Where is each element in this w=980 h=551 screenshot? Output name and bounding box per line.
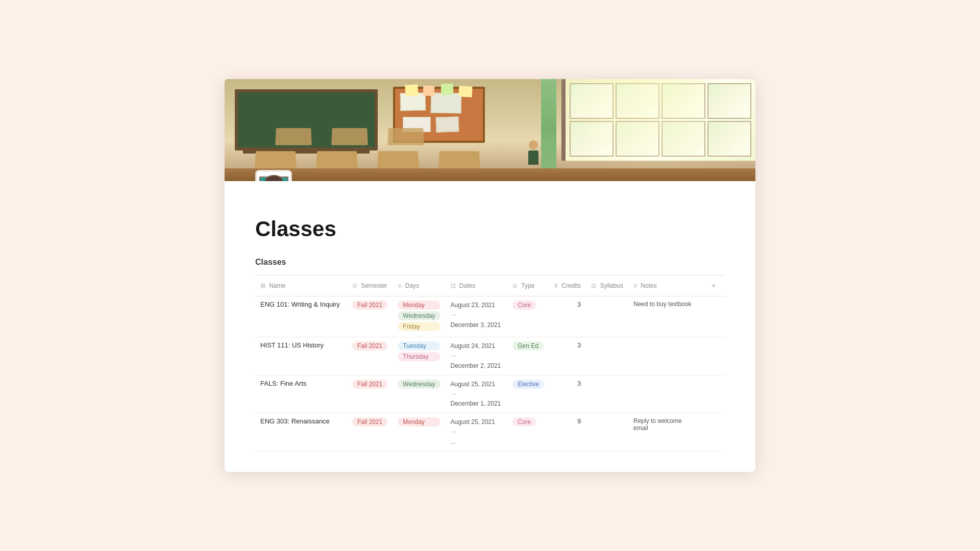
cell-notes xyxy=(628,375,702,413)
desk-decoration xyxy=(331,128,368,145)
cell-syllabus xyxy=(586,337,628,375)
cell-credits: 3 xyxy=(549,296,586,337)
desk-decoration xyxy=(275,128,312,145)
cell-name: ENG 101: Writing & Inquiry xyxy=(255,296,347,337)
desk-decoration xyxy=(387,128,424,145)
col-header-type[interactable]: ⊙ Type xyxy=(507,276,549,296)
cell-type: Core xyxy=(507,413,549,452)
classes-table-wrapper: ⊞ Name ⊙ Semester ≡ Days ⊡ xyxy=(255,275,725,452)
cell-dates: August 23, 2021 →December 3, 2021 xyxy=(446,296,508,337)
col-header-semester[interactable]: ⊙ Semester xyxy=(347,276,393,296)
cell-credits: 3 xyxy=(549,375,586,413)
cell-dates: August 24, 2021 →December 2, 2021 xyxy=(446,337,508,375)
cell-credits: 3 xyxy=(549,337,586,375)
cell-type: Elective xyxy=(507,375,549,413)
type-col-icon: ⊙ xyxy=(512,282,518,289)
days-col-icon: ≡ xyxy=(398,282,401,289)
cell-name: HIST 111: US History xyxy=(255,337,347,375)
cell-type: Gen Ed xyxy=(507,337,549,375)
col-header-syllabus[interactable]: ⊙ Syllabus xyxy=(586,276,628,296)
cell-notes: Need to buy textbook xyxy=(628,296,702,337)
classes-table: ⊞ Name ⊙ Semester ≡ Days ⊡ xyxy=(255,275,725,452)
syllabus-col-icon: ⊙ xyxy=(591,282,596,289)
cell-days: TuesdayThursday xyxy=(393,337,445,375)
name-col-icon: ⊞ xyxy=(260,282,265,289)
cell-days: Wednesday xyxy=(393,375,445,413)
cell-dates: August 25, 2021 →December 1, 2021 xyxy=(446,375,508,413)
header-banner: 👩‍🏫 xyxy=(225,79,755,181)
dates-col-icon: ⊡ xyxy=(451,282,456,289)
table-row[interactable]: FALS: Fine ArtsFall 2021WednesdayAugust … xyxy=(255,375,725,413)
cell-syllabus xyxy=(586,296,628,337)
col-header-notes[interactable]: ≡ Notes xyxy=(628,276,702,296)
col-header-credits[interactable]: # Credits xyxy=(549,276,586,296)
windows-decoration xyxy=(561,79,755,161)
col-header-days[interactable]: ≡ Days xyxy=(393,276,445,296)
cell-days: MondayWednesdayFriday xyxy=(393,296,445,337)
add-column-button[interactable]: + xyxy=(707,280,720,292)
cell-syllabus xyxy=(586,413,628,452)
content-area: Classes Classes ⊞ Name ⊙ Semester xyxy=(225,181,755,472)
cell-dates: August 25, 2021 →... xyxy=(446,413,508,452)
page-container: 👩‍🏫 Classes Classes ⊞ Name ⊙ Semester xyxy=(225,79,755,472)
curtain-decoration xyxy=(541,79,556,181)
floor-decoration xyxy=(225,168,755,181)
cell-semester: Fall 2021 xyxy=(347,337,393,375)
cell-semester: Fall 2021 xyxy=(347,413,393,452)
cell-name: FALS: Fine Arts xyxy=(255,375,347,413)
cell-syllabus xyxy=(586,375,628,413)
page-title: Classes xyxy=(255,217,725,241)
page-emoji-icon[interactable]: 👩‍🏫 xyxy=(255,170,292,181)
cell-type: Core xyxy=(507,296,549,337)
cell-semester: Fall 2021 xyxy=(347,296,393,337)
table-row[interactable]: ENG 303: RenaissanceFall 2021MondayAugus… xyxy=(255,413,725,452)
cell-semester: Fall 2021 xyxy=(347,375,393,413)
cell-notes xyxy=(628,337,702,375)
section-title: Classes xyxy=(255,258,725,267)
cell-notes: Reply to welcome email xyxy=(628,413,702,452)
semester-col-icon: ⊙ xyxy=(352,282,357,289)
notes-col-icon: ≡ xyxy=(633,282,637,289)
table-row[interactable]: HIST 111: US HistoryFall 2021TuesdayThur… xyxy=(255,337,725,375)
table-header-row: ⊞ Name ⊙ Semester ≡ Days ⊡ xyxy=(255,276,725,296)
cell-name: ENG 303: Renaissance xyxy=(255,413,347,452)
col-header-dates[interactable]: ⊡ Dates xyxy=(446,276,508,296)
credits-col-icon: # xyxy=(554,282,558,289)
cell-credits: 9 xyxy=(549,413,586,452)
student-figure xyxy=(526,140,541,171)
table-body: ENG 101: Writing & InquiryFall 2021Monda… xyxy=(255,296,725,452)
table-row[interactable]: ENG 101: Writing & InquiryFall 2021Monda… xyxy=(255,296,725,337)
cell-days: Monday xyxy=(393,413,445,452)
col-header-name[interactable]: ⊞ Name xyxy=(255,276,347,296)
col-add-button-cell: + xyxy=(702,276,725,296)
